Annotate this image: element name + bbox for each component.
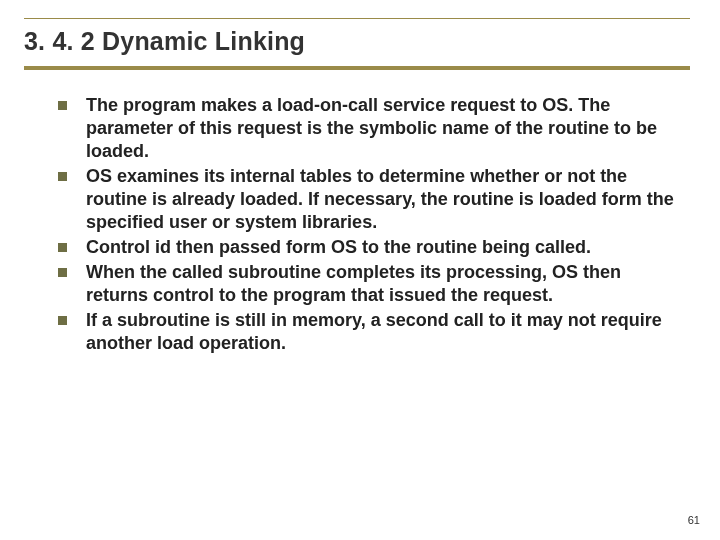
list-item: When the called subroutine completes its… [58, 261, 684, 307]
title-container: 3. 4. 2 Dynamic Linking [24, 18, 690, 70]
bullet-list: The program makes a load-on-call service… [30, 94, 690, 355]
list-item: OS examines its internal tables to deter… [58, 165, 684, 234]
list-item: The program makes a load-on-call service… [58, 94, 684, 163]
page-number: 61 [688, 514, 700, 526]
list-item: Control id then passed form OS to the ro… [58, 236, 684, 259]
list-item: If a subroutine is still in memory, a se… [58, 309, 684, 355]
slide-title: 3. 4. 2 Dynamic Linking [24, 27, 690, 56]
slide: 3. 4. 2 Dynamic Linking The program make… [0, 0, 720, 540]
